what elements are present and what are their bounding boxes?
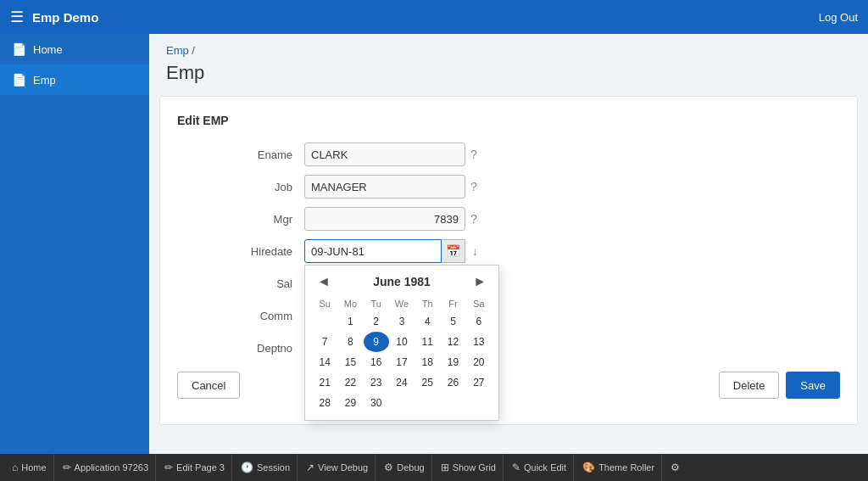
ename-help-icon[interactable]: ? — [470, 148, 477, 161]
taskbar-debug[interactable]: ⚙ Debug — [377, 454, 431, 481]
cal-day[interactable]: 25 — [415, 372, 440, 393]
cal-day[interactable]: 21 — [312, 372, 337, 393]
cal-th-sa: Sa — [466, 296, 492, 311]
cal-week-row: 14151617181920 — [312, 352, 492, 372]
cal-day[interactable]: 17 — [389, 352, 415, 372]
cal-day[interactable]: 29 — [337, 393, 363, 413]
cal-day[interactable]: 12 — [440, 332, 465, 352]
cal-month-year: June 1981 — [373, 275, 431, 288]
taskbar-view-debug[interactable]: ↗ View Debug — [299, 454, 376, 481]
ename-input[interactable] — [304, 143, 465, 166]
cal-header: ◄ June 1981 ► — [312, 272, 492, 291]
cal-empty-day — [389, 393, 415, 413]
session-icon: 🕐 — [241, 461, 253, 473]
show-grid-icon: ⊞ — [441, 461, 449, 473]
cal-day[interactable]: 20 — [466, 352, 492, 372]
job-row: Job ? — [177, 175, 840, 199]
breadcrumb-parent[interactable]: Emp — [166, 44, 189, 57]
sidebar-item-home[interactable]: 📄 Home — [0, 34, 149, 64]
job-input[interactable] — [304, 175, 465, 199]
cal-day[interactable]: 5 — [440, 311, 465, 332]
cal-day[interactable]: 24 — [389, 372, 415, 393]
actions-row: Cancel Delete Save — [177, 372, 840, 399]
taskbar-theme-roller-label: Theme Roller — [598, 462, 654, 473]
card-title: Edit EMP — [177, 114, 840, 127]
cal-day[interactable]: 22 — [337, 372, 363, 393]
save-button[interactable]: Save — [786, 372, 840, 399]
topbar: ☰ Emp Demo Log Out — [0, 0, 868, 34]
cal-day[interactable]: 27 — [466, 372, 492, 393]
cancel-button[interactable]: Cancel — [177, 372, 240, 399]
taskbar-home[interactable]: ⌂ Home — [5, 454, 54, 481]
cal-day[interactable]: 7 — [312, 332, 337, 352]
taskbar-session[interactable]: 🕐 Session — [234, 454, 298, 481]
sidebar-item-home-label: Home — [33, 43, 63, 56]
cal-day[interactable]: 8 — [337, 332, 363, 352]
cal-day[interactable]: 30 — [364, 393, 389, 413]
cal-day[interactable]: 10 — [389, 332, 415, 352]
taskbar-quick-edit[interactable]: ✎ Quick Edit — [505, 454, 574, 481]
deptno-row: Deptno — [177, 336, 840, 360]
cal-day[interactable]: 16 — [364, 352, 389, 372]
cal-th-tu: Tu — [364, 296, 389, 311]
taskbar-theme-roller[interactable]: 🎨 Theme Roller — [576, 454, 662, 481]
cal-day[interactable]: 18 — [415, 352, 440, 372]
delete-button[interactable]: Delete — [719, 372, 780, 399]
sidebar-item-emp-label: Emp — [33, 74, 56, 87]
edit-emp-card: Edit EMP Ename ? Job ? Mgr ? Hiredat — [159, 96, 858, 425]
job-help-icon[interactable]: ? — [470, 180, 477, 193]
hamburger-icon[interactable]: ☰ — [10, 8, 24, 26]
cal-day[interactable]: 9 — [364, 332, 389, 352]
application-icon: ✏ — [63, 461, 71, 473]
hiredate-row: Hiredate 📅 ◄ June 1981 ► — [177, 239, 840, 263]
cal-day[interactable]: 26 — [440, 372, 465, 393]
cal-prev-button[interactable]: ◄ — [312, 272, 336, 291]
edit-page-icon: ✏ — [164, 461, 173, 473]
cal-day[interactable]: 2 — [364, 311, 389, 332]
app-title: Emp Demo — [32, 10, 98, 25]
taskbar-debug-label: Debug — [397, 462, 424, 473]
debug-icon: ⚙ — [384, 461, 393, 473]
cal-empty-day — [440, 393, 465, 413]
hiredate-help-icon[interactable]: ↓ — [472, 244, 478, 258]
topbar-left: ☰ Emp Demo — [10, 8, 98, 26]
hiredate-input[interactable] — [304, 239, 442, 263]
cal-day[interactable]: 1 — [337, 311, 363, 332]
taskbar-settings[interactable]: ⚙ — [664, 454, 687, 481]
cal-day[interactable]: 13 — [466, 332, 492, 352]
taskbar-application[interactable]: ✏ Application 97263 — [56, 454, 156, 481]
actions-left: Cancel — [177, 372, 240, 399]
taskbar-show-grid-label: Show Grid — [453, 462, 496, 473]
taskbar-home-label: Home — [21, 462, 46, 473]
cal-th-mo: Mo — [337, 296, 363, 311]
view-debug-icon: ↗ — [306, 461, 314, 473]
cal-day[interactable]: 15 — [337, 352, 363, 372]
cal-empty-day — [415, 393, 440, 413]
cal-day[interactable]: 6 — [466, 311, 492, 332]
sal-row: Sal — [177, 271, 840, 295]
deptno-label: Deptno — [177, 342, 304, 355]
cal-day[interactable]: 11 — [415, 332, 440, 352]
sidebar-item-emp[interactable]: 📄 Emp — [0, 64, 149, 95]
taskbar-show-grid[interactable]: ⊞ Show Grid — [434, 454, 504, 481]
job-label: Job — [177, 181, 304, 193]
logout-button[interactable]: Log Out — [819, 11, 858, 24]
mgr-input[interactable] — [304, 207, 465, 231]
mgr-help-icon[interactable]: ? — [470, 212, 477, 226]
cal-next-button[interactable]: ► — [468, 272, 492, 291]
taskbar-edit-page[interactable]: ✏ Edit Page 3 — [158, 454, 232, 481]
cal-th-su: Su — [312, 296, 337, 311]
cal-day[interactable]: 3 — [389, 311, 415, 332]
calendar-button[interactable]: 📅 — [442, 239, 465, 263]
cal-day[interactable]: 19 — [440, 352, 465, 372]
cal-day[interactable]: 4 — [415, 311, 440, 332]
calendar-grid: Su Mo Tu We Th Fr Sa 1234567891 — [312, 296, 492, 413]
cal-day[interactable]: 14 — [312, 352, 337, 372]
comm-row: Comm — [177, 304, 840, 327]
taskbar-session-label: Session — [257, 462, 290, 473]
breadcrumb-separator: / — [192, 44, 195, 57]
cal-day[interactable]: 28 — [312, 393, 337, 413]
cal-day[interactable]: 23 — [364, 372, 389, 393]
taskbar-application-label: Application 97263 — [75, 462, 148, 473]
hiredate-label: Hiredate — [177, 245, 304, 258]
